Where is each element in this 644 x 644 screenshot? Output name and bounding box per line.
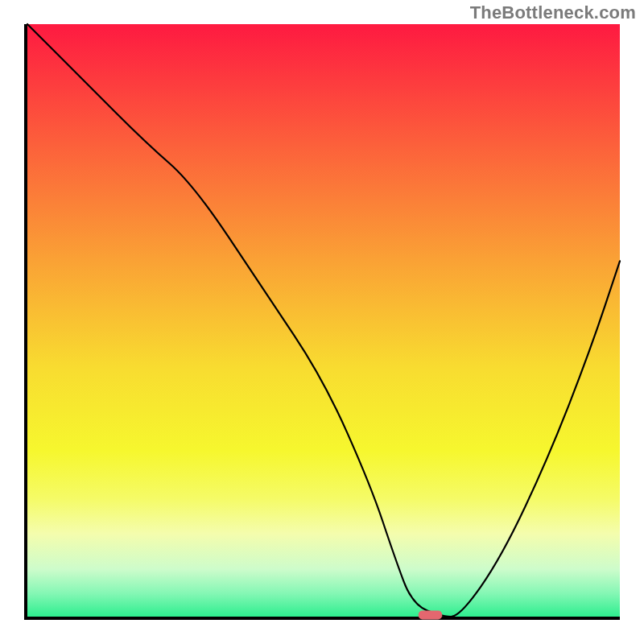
chart-svg xyxy=(27,24,620,617)
watermark-label: TheBottleneck.com xyxy=(470,2,636,23)
chart-plot-area xyxy=(24,24,620,620)
optimal-point-marker xyxy=(419,610,442,619)
